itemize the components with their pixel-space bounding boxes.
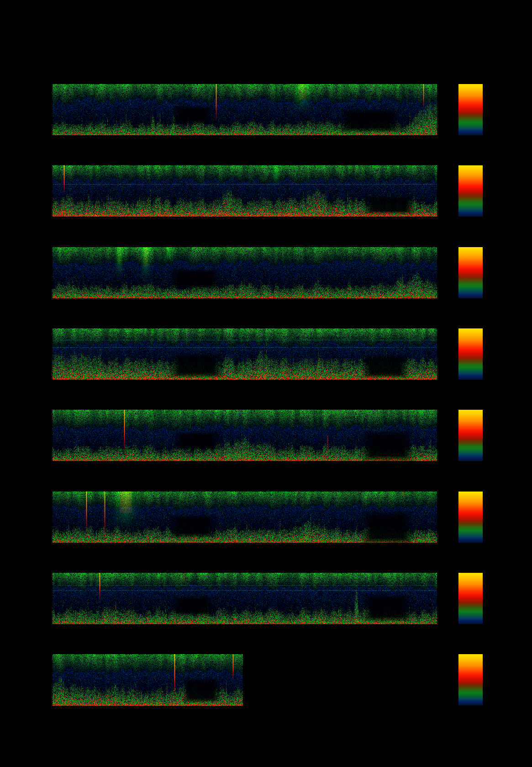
spectrogram-row-6 [53,492,437,543]
spectrogram-figure [0,0,532,767]
spectrogram-row-3 [53,247,437,298]
colorbar-2 [458,165,483,217]
colorbar-1 [458,84,483,135]
colorbar-6 [458,492,483,543]
colorbar-3 [458,247,483,298]
colorbar-5 [458,410,483,461]
colorbar-4 [458,328,483,380]
spectrogram-row-7 [53,573,437,624]
spectrogram-row-2 [53,165,437,217]
colorbar-7 [458,573,483,624]
spectrogram-row-5 [53,410,437,461]
spectrogram-row-1 [53,84,437,135]
colorbar-8 [458,654,483,705]
spectrogram-row-4 [53,328,437,380]
spectrogram-row-8 [53,654,243,706]
